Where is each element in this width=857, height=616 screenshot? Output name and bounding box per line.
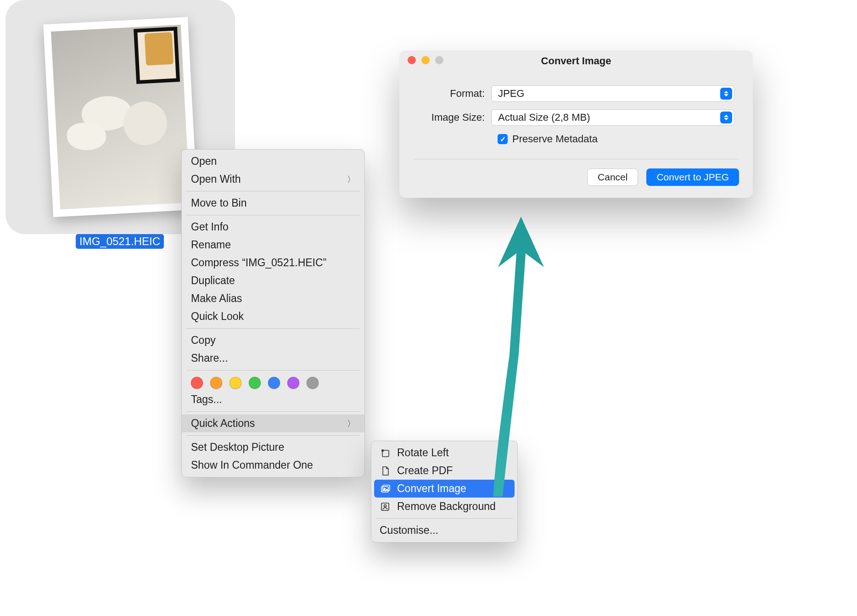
- tag-color-dot[interactable]: [268, 377, 280, 389]
- tag-color-dot[interactable]: [230, 377, 241, 389]
- submenu-label: Convert Image: [397, 482, 466, 495]
- button-label: Convert to JPEG: [656, 172, 729, 183]
- menu-set-desktop[interactable]: Set Desktop Picture: [182, 438, 364, 456]
- quick-actions-submenu: Rotate Left Create PDF Convert Image Rem…: [371, 441, 518, 543]
- button-label: Cancel: [598, 172, 627, 183]
- zoom-window-button: [435, 56, 443, 64]
- menu-label: Duplicate: [191, 274, 235, 287]
- photo-preview: [43, 17, 198, 217]
- preserve-metadata-checkbox[interactable]: ✓: [498, 134, 508, 144]
- menu-copy[interactable]: Copy: [182, 331, 364, 349]
- tag-color-dot[interactable]: [210, 377, 222, 389]
- submenu-label: Remove Background: [397, 500, 496, 513]
- menu-label: Get Info: [191, 221, 229, 233]
- menu-get-info[interactable]: Get Info: [182, 218, 364, 236]
- menu-open-with[interactable]: Open With 〉: [182, 170, 364, 188]
- format-value: JPEG: [498, 88, 524, 100]
- updown-icon: [720, 112, 732, 123]
- menu-label: Rename: [191, 239, 231, 251]
- tag-color-dot[interactable]: [307, 377, 319, 389]
- menu-share[interactable]: Share...: [182, 349, 364, 367]
- menu-separator: [186, 328, 360, 329]
- remove-background-icon: [380, 501, 391, 512]
- submenu-remove-background[interactable]: Remove Background: [371, 498, 517, 515]
- menu-quick-look[interactable]: Quick Look: [182, 308, 364, 325]
- menu-show-commander[interactable]: Show In Commander One: [182, 456, 364, 474]
- svg-point-5: [384, 504, 386, 507]
- updown-icon: [720, 88, 732, 100]
- submenu-create-pdf[interactable]: Create PDF: [371, 462, 517, 480]
- menu-compress[interactable]: Compress “IMG_0521.HEIC”: [182, 254, 364, 272]
- menu-label: Move to Bin: [191, 197, 246, 209]
- menu-label: Tags...: [191, 393, 222, 406]
- menu-label: Set Desktop Picture: [191, 441, 284, 454]
- submenu-label: Customise...: [380, 524, 438, 537]
- format-label: Format:: [418, 88, 491, 100]
- image-size-value: Actual Size (2,8 MB): [498, 112, 590, 123]
- menu-label: Open With: [191, 173, 241, 185]
- menu-label: Copy: [191, 334, 216, 347]
- menu-quick-actions[interactable]: Quick Actions 〉: [182, 414, 364, 432]
- image-size-select[interactable]: Actual Size (2,8 MB): [491, 109, 734, 126]
- rotate-left-icon: [380, 448, 391, 459]
- menu-label: Show In Commander One: [191, 459, 313, 471]
- menu-make-alias[interactable]: Make Alias: [182, 290, 364, 308]
- format-select[interactable]: JPEG: [491, 85, 734, 102]
- preserve-metadata-label: Preserve Metadata: [512, 133, 598, 145]
- menu-separator: [186, 435, 360, 436]
- menu-label: Quick Look: [191, 310, 244, 323]
- submenu-rotate-left[interactable]: Rotate Left: [371, 444, 517, 462]
- menu-separator: [186, 370, 360, 370]
- convert-button[interactable]: Convert to JPEG: [646, 168, 739, 186]
- tag-color-row: [182, 373, 364, 391]
- menu-open[interactable]: Open: [182, 152, 364, 170]
- menu-separator: [186, 191, 360, 191]
- chevron-right-icon: 〉: [347, 418, 355, 429]
- tag-color-dot[interactable]: [191, 377, 203, 389]
- submenu-label: Rotate Left: [397, 447, 449, 459]
- menu-label: Quick Actions: [191, 417, 255, 430]
- document-icon: [380, 465, 391, 476]
- menu-label: Compress “IMG_0521.HEIC”: [191, 257, 326, 269]
- menu-tags[interactable]: Tags...: [182, 391, 364, 409]
- file-name-label[interactable]: IMG_0521.HEIC: [76, 234, 164, 249]
- submenu-convert-image[interactable]: Convert Image: [374, 480, 515, 498]
- convert-image-dialog: Convert Image Format: JPEG Image Size: A…: [399, 50, 753, 198]
- menu-duplicate[interactable]: Duplicate: [182, 272, 364, 290]
- cancel-button[interactable]: Cancel: [587, 168, 638, 186]
- close-window-button[interactable]: [408, 56, 416, 64]
- menu-move-to-bin[interactable]: Move to Bin: [182, 194, 364, 212]
- dialog-titlebar: Convert Image: [399, 50, 753, 72]
- tag-color-dot[interactable]: [287, 377, 299, 389]
- menu-separator: [186, 411, 360, 412]
- window-controls: [408, 56, 443, 64]
- menu-separator: [376, 518, 513, 519]
- tag-color-dot[interactable]: [249, 377, 261, 389]
- menu-label: Make Alias: [191, 292, 242, 305]
- submenu-label: Create PDF: [397, 465, 453, 477]
- context-menu: Open Open With 〉 Move to Bin Get Info Re…: [181, 149, 365, 477]
- image-stack-icon: [380, 483, 391, 494]
- submenu-customise[interactable]: Customise...: [371, 521, 517, 539]
- minimize-window-button[interactable]: [421, 56, 430, 64]
- menu-label: Share...: [191, 352, 228, 364]
- menu-separator: [186, 215, 360, 215]
- menu-label: Open: [191, 155, 217, 168]
- menu-rename[interactable]: Rename: [182, 236, 364, 254]
- chevron-right-icon: 〉: [347, 174, 355, 185]
- dialog-title: Convert Image: [541, 55, 611, 67]
- image-size-label: Image Size:: [418, 112, 491, 123]
